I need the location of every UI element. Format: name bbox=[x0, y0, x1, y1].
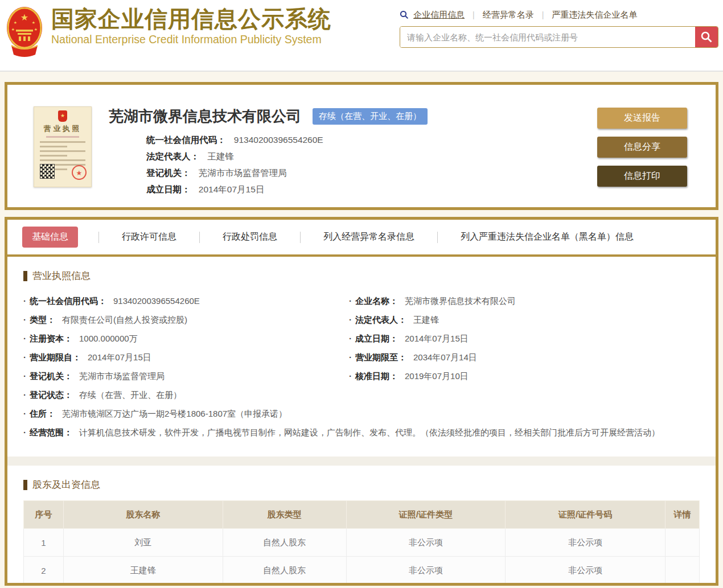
print-info-button[interactable]: 信息打印 bbox=[597, 166, 687, 187]
company-summary-card: ★ 营业执照 ★ 芜湖市微界信息技术有限公司 存续（在营、开业、在册） 统一社会… bbox=[5, 82, 718, 210]
search-icon bbox=[400, 10, 409, 19]
field-value: 2014年07月15日 bbox=[88, 352, 151, 362]
top-nav: 企业信用信息 | 经营异常名录 | 严重违法失信企业名单 bbox=[400, 8, 718, 22]
column-header-seq: 序号 bbox=[24, 501, 64, 529]
field-value: 2014年07月15日 bbox=[199, 184, 264, 194]
column-header-cert-number: 证照/证件号码 bbox=[506, 501, 666, 529]
field-value: 芜湖市市场监督管理局 bbox=[199, 168, 287, 178]
column-header-detail: 详情 bbox=[666, 501, 700, 529]
field-value: 计算机信息技术研发，软件开发，广播电视节目制作，网站建设，广告制作、发布、代理。… bbox=[79, 427, 660, 437]
field-row: 成立日期：2014年07月15日 bbox=[349, 329, 700, 348]
cell-shareholder-name: 刘亚 bbox=[63, 529, 223, 557]
column-header-cert-type: 证照/证件类型 bbox=[346, 501, 506, 529]
tab-abnormal-operations-list[interactable]: 列入经营异常名录信息 bbox=[321, 227, 417, 248]
cell-seq: 2 bbox=[24, 557, 64, 585]
license-info-panel: 营业执照信息 统一社会信用代码：91340200396554260E 企业名称：… bbox=[7, 257, 716, 457]
site-header: ★ ★ ★ ★ ★ 国家企业信用信息公示系统 National Enterpri… bbox=[0, 0, 723, 72]
cell-cert-number: 非公示项 bbox=[506, 529, 666, 557]
field-value: 芜湖市微界信息技术有限公司 bbox=[405, 296, 516, 306]
svg-text:★: ★ bbox=[34, 27, 38, 31]
license-red-stamp: ★ bbox=[72, 165, 87, 180]
field-value: 2019年07月10日 bbox=[405, 371, 469, 381]
share-info-button[interactable]: 信息分享 bbox=[597, 137, 687, 158]
field-value: 2034年07月14日 bbox=[413, 352, 477, 362]
field-label: 成立日期： bbox=[146, 184, 191, 194]
field-value: 1000.000000万 bbox=[79, 334, 138, 343]
nav-link-abnormal-operations[interactable]: 经营异常名录 bbox=[483, 10, 534, 20]
cell-seq: 1 bbox=[24, 529, 64, 557]
tab-blacklist[interactable]: 列入严重违法失信企业名单（黑名单）信息 bbox=[458, 227, 636, 248]
field-row: 法定代表人： 王建锋 bbox=[146, 151, 428, 162]
nav-link-serious-violations[interactable]: 严重违法失信企业名单 bbox=[552, 10, 637, 20]
cell-detail bbox=[666, 557, 700, 585]
field-label: 登记机关： bbox=[30, 371, 72, 381]
business-license-image: ★ 营业执照 ★ bbox=[34, 106, 92, 187]
field-label: 注册资本： bbox=[30, 334, 72, 343]
license-emblem-icon: ★ bbox=[58, 110, 67, 122]
field-row: 统一社会信用代码：91340200396554260E bbox=[23, 291, 349, 310]
section-bar-icon bbox=[23, 480, 27, 490]
field-label: 类型： bbox=[30, 315, 55, 324]
field-value: 91340200396554260E bbox=[234, 135, 323, 145]
column-header-shareholder-name: 股东名称 bbox=[63, 501, 223, 529]
status-badge: 存续（在营、开业、在册） bbox=[313, 108, 428, 125]
field-label: 经营范围： bbox=[30, 427, 72, 437]
cell-cert-number: 非公示项 bbox=[506, 557, 666, 585]
field-label: 核准日期： bbox=[355, 371, 398, 381]
field-value: 王建锋 bbox=[413, 315, 439, 324]
detail-card: 基础信息 行政许可信息 行政处罚信息 列入经营异常名录信息 列入严重违法失信企业… bbox=[5, 217, 718, 586]
field-value: 2014年07月15日 bbox=[405, 334, 469, 343]
shareholders-panel: 股东及出资信息 序号 股东名称 股东类型 证照/证件类型 证照/证件号码 详情 … bbox=[7, 466, 716, 586]
tab-bar: 基础信息 行政许可信息 行政处罚信息 列入经营异常名录信息 列入严重违法失信企业… bbox=[7, 220, 716, 257]
svg-text:★: ★ bbox=[14, 20, 17, 24]
tab-administrative-penalty[interactable]: 行政处罚信息 bbox=[220, 227, 280, 248]
field-label: 营业期限至： bbox=[355, 352, 406, 362]
field-value: 王建锋 bbox=[207, 151, 234, 161]
table-row: 1 刘亚 自然人股东 非公示项 非公示项 bbox=[24, 529, 700, 557]
table-header-row: 序号 股东名称 股东类型 证照/证件类型 证照/证件号码 详情 bbox=[24, 501, 700, 529]
tab-basic-info[interactable]: 基础信息 bbox=[22, 227, 78, 248]
field-row: 类型：有限责任公司(自然人投资或控股) bbox=[23, 310, 349, 329]
column-header-shareholder-type: 股东类型 bbox=[223, 501, 346, 529]
field-label: 登记机关： bbox=[146, 168, 191, 178]
cell-detail bbox=[666, 529, 700, 557]
section-title-license: 营业执照信息 bbox=[23, 269, 700, 282]
svg-text:★: ★ bbox=[11, 27, 15, 31]
field-row: 营业期限至：2034年07月14日 bbox=[349, 348, 700, 367]
tab-administrative-licensing[interactable]: 行政许可信息 bbox=[120, 227, 179, 248]
field-row: 经营范围：计算机信息技术研发，软件开发，广播电视节目制作，网站建设，广告制作、发… bbox=[23, 423, 700, 442]
field-row: 统一社会信用代码： 91340200396554260E bbox=[146, 134, 428, 146]
send-report-button[interactable]: 发送报告 bbox=[597, 108, 687, 129]
field-row: 登记机关： 芜湖市市场监督管理局 bbox=[146, 167, 428, 179]
field-row: 成立日期： 2014年07月15日 bbox=[146, 184, 428, 195]
field-label: 成立日期： bbox=[355, 334, 398, 343]
nav-link-enterprise-credit[interactable]: 企业信用信息 bbox=[413, 10, 465, 20]
search-icon bbox=[700, 31, 713, 43]
field-value: 存续（在营、开业、在册） bbox=[79, 390, 182, 400]
field-label: 企业名称： bbox=[355, 296, 398, 306]
field-row: 登记状态：存续（在营、开业、在册） bbox=[23, 385, 349, 404]
svg-text:★: ★ bbox=[32, 20, 35, 24]
field-row: 核准日期：2019年07月10日 bbox=[349, 367, 700, 385]
nav-separator: | bbox=[473, 10, 475, 19]
cell-shareholder-type: 自然人股东 bbox=[223, 529, 346, 557]
search-input[interactable] bbox=[400, 27, 695, 47]
license-thumb-title: 营业执照 bbox=[34, 124, 91, 134]
site-subtitle: National Enterprise Credit Information P… bbox=[51, 33, 331, 46]
field-row: 登记机关：芜湖市市场监督管理局 bbox=[23, 367, 349, 385]
cell-cert-type: 非公示项 bbox=[346, 529, 506, 557]
field-label: 法定代表人： bbox=[355, 315, 406, 324]
section-title-shareholders: 股东及出资信息 bbox=[23, 478, 700, 491]
cell-shareholder-type: 自然人股东 bbox=[223, 557, 346, 585]
field-value: 有限责任公司(自然人投资或控股) bbox=[62, 315, 187, 324]
svg-text:★: ★ bbox=[20, 13, 28, 22]
field-label: 法定代表人： bbox=[146, 151, 199, 161]
site-title: 国家企业信用信息公示系统 bbox=[51, 6, 331, 32]
cell-shareholder-name: 王建锋 bbox=[63, 557, 223, 585]
logo: ★ ★ ★ ★ ★ bbox=[6, 5, 43, 59]
search-bar bbox=[400, 26, 718, 48]
company-name: 芜湖市微界信息技术有限公司 bbox=[109, 106, 301, 126]
shareholders-table: 序号 股东名称 股东类型 证照/证件类型 证照/证件号码 详情 1 刘亚 自然人… bbox=[23, 500, 700, 585]
search-button[interactable] bbox=[695, 27, 718, 47]
field-row: 法定代表人：王建锋 bbox=[349, 310, 700, 329]
